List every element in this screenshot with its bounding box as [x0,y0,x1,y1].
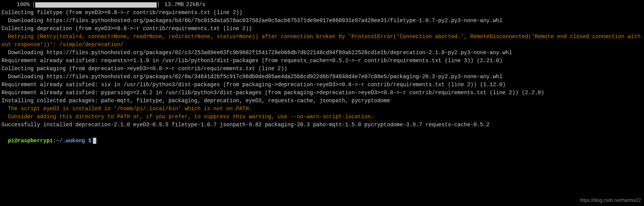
progress-size: 13.7MB [164,1,183,9]
terminal-line: Requirement already satisfied: six in /u… [2,81,642,89]
progress-bar-right: | [157,1,160,9]
terminal-line: Requirement already satisfied: pyparsing… [2,89,642,97]
progress-percent: 100% [17,1,30,9]
progress-bar-left: | [32,1,35,9]
terminal-line: Installing collected packages: paho-mqtt… [2,97,642,105]
progress-speed: 22kB/s [186,1,205,9]
terminal-line: The script eyeD3 is installed in '/home/… [2,105,642,113]
progress-bar-fill [35,2,157,8]
terminal-line: Retrying (Retry(total=4, connect=None, r… [2,33,642,49]
terminal-line: Collecting deprecation (from eyeD3>=0.8-… [2,25,642,33]
prompt-host: raspberrypi [18,138,53,144]
terminal-line: Downloading https://files.pythonhosted.o… [2,49,642,57]
progress-line: 100% | | 13.7MB 22kB/s [2,1,642,9]
prompt-at: @ [15,138,18,144]
terminal-output: Collecting filetype (from eyeD3>=0.8->-r… [2,9,642,129]
terminal-line: Downloading https://files.pythonhosted.o… [2,17,642,25]
terminal-line: Collecting packaging (from deprecation->… [2,65,642,73]
watermark: https://blog.csdn.net/hanhui22 [580,197,641,204]
progress-bar: | | [32,1,160,9]
terminal-line: Collecting filetype (from eyeD3>=0.8->-r… [2,9,642,17]
terminal-line: Downloading https://files.pythonhosted.o… [2,73,642,81]
terminal-line: Consider adding this directory to PATH o… [2,113,642,121]
cursor-icon [93,138,96,144]
terminal-line: Requirement already satisfied: requests>… [2,57,642,65]
prompt-path: ~/.wukong [56,138,85,144]
shell-prompt[interactable]: pi@raspberrypi:~/.wukong $ [2,129,642,145]
prompt-user: pi [8,138,15,144]
prompt-colon: : [53,138,56,144]
prompt-dollar: $ [85,138,91,144]
terminal-line: Successfully installed deprecation-2.1.0… [2,121,642,129]
